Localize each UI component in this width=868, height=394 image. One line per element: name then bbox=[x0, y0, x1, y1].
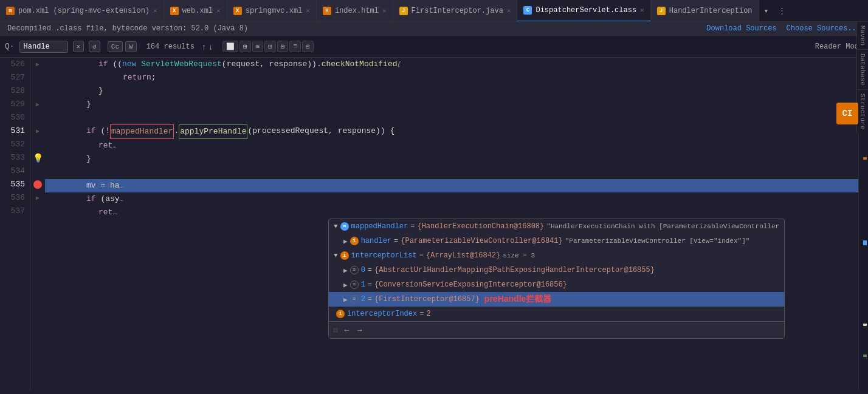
debug-var-4: 1 bbox=[361, 280, 365, 289]
opt-btn-4[interactable]: ⊡ bbox=[264, 41, 276, 52]
tab-springmvc-close[interactable]: ✕ bbox=[306, 7, 310, 15]
line-530: 530 bbox=[5, 111, 25, 124]
word-btn[interactable]: W bbox=[125, 41, 137, 52]
opt-btn-1[interactable]: ⬜ bbox=[222, 41, 238, 52]
debug-forward-btn[interactable]: → bbox=[356, 325, 363, 335]
code-526-new: new bbox=[122, 58, 136, 71]
debug-val-4: {ConversionServiceExposingInterceptor@16… bbox=[374, 280, 567, 289]
tab-web-close[interactable]: ✕ bbox=[216, 7, 221, 15]
expand-4[interactable]: ▶ bbox=[343, 281, 348, 289]
opt-btn-3[interactable]: ≋ bbox=[252, 41, 264, 52]
fold-536[interactable]: ▶ bbox=[36, 194, 40, 202]
debug-val-3: {AbstractUrlHandlerMapping$PathExposingH… bbox=[374, 266, 655, 274]
code-line-536: if (asy … bbox=[45, 192, 868, 206]
opt-btn-filter[interactable]: ⊟ bbox=[302, 41, 314, 52]
choose-sources-link[interactable]: Choose Sources... bbox=[787, 24, 861, 33]
tab-pom-close[interactable]: ✕ bbox=[153, 7, 157, 15]
database-tab[interactable]: Database bbox=[856, 58, 868, 90]
tab-pom-label: pom.xml (spring-mvc-extension) bbox=[18, 7, 150, 15]
debug-row-2: ▼ i interceptorList = {ArrayList@16842} … bbox=[329, 248, 784, 263]
code-536-ellipsis: … bbox=[120, 192, 124, 206]
gutter-537 bbox=[30, 205, 45, 218]
debug-back-btn[interactable]: ← bbox=[343, 325, 351, 335]
debug-var-2: interceptorList bbox=[351, 251, 417, 260]
gutter-530 bbox=[30, 111, 45, 124]
ci-badge: CI bbox=[836, 103, 858, 124]
gutter-526: ▶ bbox=[30, 58, 45, 71]
expand-2[interactable]: ▼ bbox=[334, 252, 338, 259]
code-536-open: (asy bbox=[96, 192, 120, 206]
breakpoint-535[interactable] bbox=[33, 180, 42, 189]
code-526-w3: (request, response)). bbox=[222, 58, 322, 71]
opt-btn-2[interactable]: ⊞ bbox=[239, 41, 251, 52]
debug-eq-2: = bbox=[419, 251, 424, 260]
debug-var-3: 0 bbox=[361, 266, 365, 274]
debug-row-0: ▼ ∞ mappedHandler = {HandlerExecutionCha… bbox=[329, 219, 784, 234]
debug-val-5: {FirstInterceptor@16857} bbox=[374, 295, 480, 304]
code-line-535: mv = ha … bbox=[45, 179, 868, 192]
expand-3[interactable]: ▶ bbox=[343, 267, 348, 274]
tab-index[interactable]: H index.html ✕ bbox=[317, 0, 393, 22]
code-line-527: return ; bbox=[45, 71, 868, 84]
web-icon: X bbox=[170, 7, 179, 15]
debug-row-5: ▶ ≡ 2 = {FirstInterceptor@16857} preHand… bbox=[329, 292, 784, 307]
debug-val-1: {ParameterizableViewController@16841} bbox=[401, 237, 562, 245]
tab-web[interactable]: X web.xml ✕ bbox=[164, 0, 227, 22]
case-btn[interactable]: Cc bbox=[108, 41, 123, 52]
opt-btn-6[interactable]: ≡ bbox=[289, 41, 301, 52]
line-numbers: 526 527 528 529 530 531 532 533 534 535 … bbox=[0, 58, 30, 390]
gutter-532 bbox=[30, 138, 45, 151]
lightbulb-icon[interactable]: 💡 bbox=[33, 153, 43, 163]
code-line-529: } bbox=[45, 98, 868, 111]
gutter-536: ▶ bbox=[30, 191, 45, 205]
search-controls: Cc W bbox=[108, 41, 137, 52]
expand-5[interactable]: ▶ bbox=[343, 296, 348, 304]
scroll-mark-yellow bbox=[863, 324, 867, 326]
tab-springmvc[interactable]: X springmvc.xml ✕ bbox=[227, 0, 317, 22]
code-line-528: } bbox=[45, 84, 868, 98]
gutter-529: ▶ bbox=[30, 98, 45, 111]
debug-var-6: interceptorIndex bbox=[347, 310, 417, 318]
gutter-531: ▶ bbox=[30, 124, 45, 138]
tab-web-label: web.xml bbox=[182, 7, 213, 15]
fold-526[interactable]: ▶ bbox=[36, 61, 40, 68]
expand-1[interactable]: ▶ bbox=[343, 237, 348, 245]
debug-var-1: handler bbox=[361, 237, 391, 245]
search-next-btn[interactable]: ↓ bbox=[208, 42, 213, 52]
gutter-527 bbox=[30, 71, 45, 84]
tab-index-close[interactable]: ✕ bbox=[382, 7, 387, 15]
fold-531[interactable]: ▶ bbox=[36, 127, 40, 135]
search-close-btn[interactable]: ✕ bbox=[73, 41, 84, 52]
tab-pom[interactable]: m pom.xml (spring-mvc-extension) ✕ bbox=[0, 0, 164, 22]
download-sources-link[interactable]: Download Sources bbox=[706, 24, 776, 33]
line-527: 527 bbox=[5, 71, 25, 84]
code-535-eq: = bbox=[96, 179, 110, 192]
debug-bottom-bar: ⊡ ← → bbox=[329, 321, 784, 338]
debug-eq-1: = bbox=[394, 237, 398, 245]
tab-overflow-dropdown[interactable]: ▾ bbox=[759, 6, 774, 16]
expand-0[interactable]: ▼ bbox=[334, 223, 338, 230]
gutter: ▶ ▶ ▶ 💡 ▶ bbox=[30, 58, 45, 390]
download-links: Download Sources Choose Sources... bbox=[706, 24, 861, 33]
tab-first-close[interactable]: ✕ bbox=[507, 7, 511, 15]
search-options: ⬜ ⊞ ≋ ⊡ ⊟ ≡ ⊟ bbox=[222, 41, 314, 52]
search-query: Handle bbox=[24, 42, 50, 51]
tab-more-menu[interactable]: ⋮ bbox=[773, 6, 791, 16]
opt-btn-5[interactable]: ⊟ bbox=[277, 41, 289, 52]
tab-dispatcher-close[interactable]: ✕ bbox=[640, 6, 644, 14]
debug-var-5: 2 bbox=[361, 295, 365, 304]
springmvc-icon: X bbox=[233, 7, 242, 15]
search-refresh-btn[interactable]: ↺ bbox=[89, 41, 100, 52]
tab-dispatcher-label: DispatcherServlet.class bbox=[536, 6, 636, 15]
debug-icon-3: ≡ bbox=[350, 266, 359, 274]
code-line-530 bbox=[45, 111, 868, 124]
search-prev-btn[interactable]: ↑ bbox=[202, 42, 206, 52]
tab-dispatcher[interactable]: C DispatcherServlet.class ✕ bbox=[517, 0, 650, 22]
scroll-mark-blue bbox=[863, 240, 867, 245]
tab-first[interactable]: J FirstInterceptor.java ✕ bbox=[393, 0, 518, 22]
tab-handler[interactable]: J HandlerInterception bbox=[651, 0, 759, 22]
debug-comment-2: size = 3 bbox=[503, 252, 535, 259]
code-527-semi: ; bbox=[151, 71, 156, 84]
fold-529[interactable]: ▶ bbox=[36, 101, 40, 108]
debug-comment-0: "HandlerExecutionChain with [Parameteriz… bbox=[546, 223, 779, 230]
